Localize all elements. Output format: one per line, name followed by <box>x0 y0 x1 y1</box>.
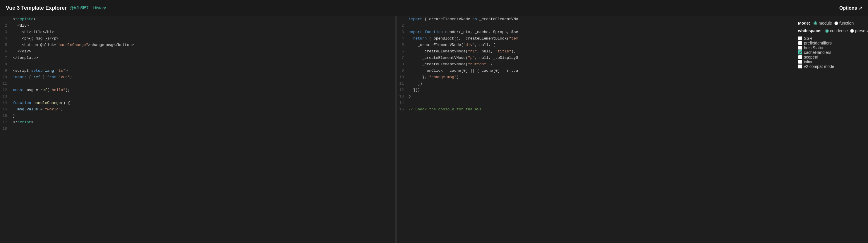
left-code-content[interactable]: 1<template>2 <div>3 <h1>title</h1>4 <p>{… <box>0 16 395 243</box>
line-content: }, "change msg") <box>408 74 792 81</box>
ws-preserve-option[interactable]: preserve <box>850 28 868 33</box>
line-content: import { createElementVNode as _createEl… <box>408 16 792 23</box>
line-content: _createElementVNode("p", null, _toDispla… <box>408 55 792 61</box>
checkbox-input[interactable] <box>798 46 802 50</box>
ws-condense-option[interactable]: condense <box>825 28 848 33</box>
line-number: 8 <box>397 61 408 68</box>
line-number: 12 <box>0 87 12 93</box>
line-content: function handleChange() { <box>13 100 395 106</box>
table-row: 15// Check the console for the AST <box>397 106 792 113</box>
line-content <box>408 23 792 29</box>
checkboxes-container: SSRprefixIdentifiershoistStaticcacheHand… <box>798 36 862 69</box>
line-number: 14 <box>397 100 408 106</box>
line-number: 2 <box>397 23 408 29</box>
checkbox-label: prefixIdentifiers <box>804 41 832 45</box>
line-content: _createElementVNode("h1", null, "title")… <box>408 48 792 55</box>
line-number: 16 <box>0 113 12 119</box>
left-editor: 1<template>2 <div>3 <h1>title</h1>4 <p>{… <box>0 16 395 243</box>
line-number: 9 <box>397 68 408 74</box>
mode-label: Mode: <box>798 21 810 26</box>
line-number: 7 <box>397 55 408 61</box>
line-content: <p>{{ msg }}</p> <box>13 35 395 42</box>
mode-module-option[interactable]: module <box>813 21 832 26</box>
mode-function-radio[interactable] <box>834 21 838 25</box>
line-content: } <box>13 113 395 119</box>
ws-preserve-radio[interactable] <box>850 29 854 33</box>
line-number: 12 <box>397 87 408 93</box>
line-content: return (_openBlock(), _createElementBloc… <box>408 35 792 42</box>
line-number: 15 <box>397 106 408 113</box>
checkbox-option[interactable]: inline <box>798 59 862 64</box>
checkbox-option[interactable]: hoistStatic <box>798 45 862 50</box>
line-content: } <box>408 93 792 100</box>
main: 1<template>2 <div>3 <h1>title</h1>4 <p>{… <box>0 16 868 243</box>
line-content: export function render(_ctx, _cache, $pr… <box>408 29 792 35</box>
whitespace-label: whitespace: <box>798 28 822 33</box>
mode-function-label: function <box>839 21 854 26</box>
checkbox-input[interactable] <box>798 41 802 45</box>
line-content <box>13 126 395 132</box>
line-number: 10 <box>397 74 408 81</box>
line-number: 10 <box>0 74 12 81</box>
line-content: </script> <box>13 119 395 126</box>
table-row: 17</script> <box>0 119 395 126</box>
header-links: @b2b5f57 | History <box>70 6 106 10</box>
line-number: 8 <box>0 61 12 68</box>
table-row: 10import { ref } from "vue"; <box>0 74 395 81</box>
line-number: 18 <box>0 126 12 132</box>
checkbox-input[interactable] <box>798 36 802 40</box>
history-link[interactable]: History <box>93 6 106 10</box>
line-number: 1 <box>0 16 12 23</box>
options-button[interactable]: Options ↗ <box>839 5 862 11</box>
header: Vue 3 Template Explorer @b2b5f57 | Histo… <box>0 0 868 16</box>
checkbox-option[interactable]: prefixIdentifiers <box>798 41 862 45</box>
table-row: 12 ])) <box>397 87 792 93</box>
options-panel: Mode: module function whitespace: conden… <box>792 16 868 243</box>
line-number: 9 <box>0 68 12 74</box>
checkbox-input[interactable] <box>798 55 802 59</box>
line-content: import { ref } from "vue"; <box>13 74 395 81</box>
checkbox-option[interactable]: v2 compat mode <box>798 64 862 69</box>
ws-condense-label: condense <box>830 28 848 33</box>
line-content: <button @click="handleChange">change msg… <box>13 42 395 48</box>
checkbox-label: v2 compat mode <box>804 64 834 69</box>
table-row: 3export function render(_ctx, _cache, $p… <box>397 29 792 35</box>
checkbox-label: cacheHandlers <box>804 50 831 55</box>
table-row: 6 _createElementVNode("h1", null, "title… <box>397 48 792 55</box>
mode-module-label: module <box>818 21 832 26</box>
checkbox-input[interactable] <box>798 64 802 68</box>
table-row: 11 <box>0 81 395 87</box>
checkbox-option[interactable]: scopeId <box>798 55 862 59</box>
ws-condense-radio[interactable] <box>825 29 829 33</box>
line-content: </template> <box>13 55 395 61</box>
table-row: 3 <h1>title</h1> <box>0 29 395 35</box>
checkbox-option[interactable]: cacheHandlers <box>798 50 862 55</box>
right-code-content[interactable]: 1import { createElementVNode as _createE… <box>397 16 792 243</box>
table-row: 7</template> <box>0 55 395 61</box>
table-row: 10 }, "change msg") <box>397 74 792 81</box>
line-number: 5 <box>0 42 12 48</box>
table-row: 14 <box>397 100 792 106</box>
mode-module-radio[interactable] <box>813 21 817 25</box>
app-title: Vue 3 Template Explorer <box>6 5 67 11</box>
line-number: 7 <box>0 55 12 61</box>
line-number: 4 <box>0 35 12 42</box>
line-number: 5 <box>397 42 408 48</box>
table-row: 15 msg.value = "world"; <box>0 106 395 113</box>
table-row: 1import { createElementVNode as _createE… <box>397 16 792 23</box>
commit-link[interactable]: @b2b5f57 <box>70 6 89 10</box>
line-content <box>13 81 395 87</box>
mode-function-option[interactable]: function <box>834 21 854 26</box>
checkbox-label: scopeId <box>804 55 818 59</box>
table-row: 11 ]) <box>397 81 792 87</box>
ws-preserve-label: preserve <box>855 28 868 33</box>
checkbox-input[interactable] <box>798 60 802 64</box>
checkbox-input[interactable] <box>798 50 802 55</box>
line-content: <div> <box>13 23 395 29</box>
checkbox-option[interactable]: SSR <box>798 36 862 41</box>
table-row: 14function handleChange() { <box>0 100 395 106</box>
line-content: <template> <box>13 16 395 23</box>
line-number: 3 <box>397 29 408 35</box>
line-content: _createElementVNode("button", { <box>408 61 792 68</box>
line-content: const msg = ref("hello"); <box>13 87 395 93</box>
